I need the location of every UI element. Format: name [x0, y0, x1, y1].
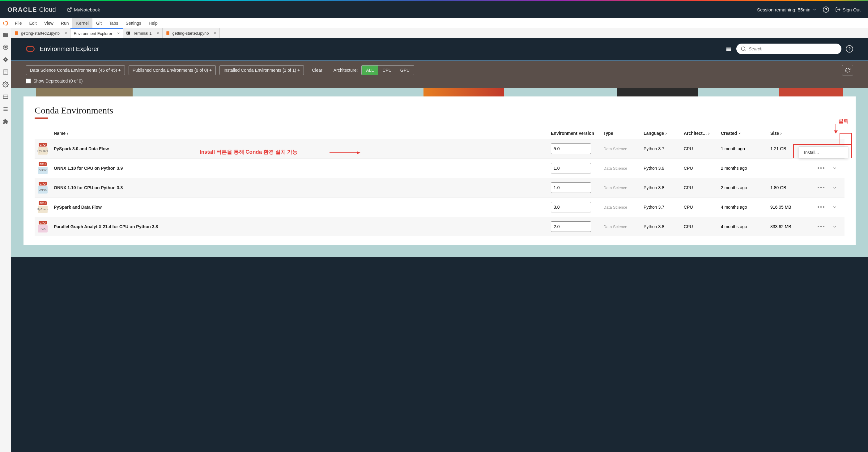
version-cell: [551, 163, 600, 174]
env-header-right: ?: [725, 43, 853, 54]
arch-cell: CPU: [684, 146, 718, 151]
notebook-icon: [166, 31, 170, 35]
more-actions-button[interactable]: •••: [814, 204, 829, 211]
menu-kernel[interactable]: Kernel: [72, 18, 92, 28]
chevron-down-icon: [832, 166, 837, 171]
tab-close-icon[interactable]: ×: [214, 31, 216, 35]
menu-file[interactable]: File: [11, 18, 26, 28]
session-remaining[interactable]: Session remaining: 55min: [757, 7, 817, 12]
content-area: Conda Environments Name › Environment Ve…: [11, 88, 868, 257]
tab-close-icon[interactable]: ×: [156, 31, 159, 35]
tabs-icon[interactable]: [2, 94, 9, 100]
created-cell: 4 months ago: [721, 205, 767, 210]
version-select[interactable]: [551, 163, 591, 174]
clear-filters[interactable]: Clear: [312, 68, 322, 73]
col-architecture[interactable]: Architect… ›: [684, 131, 718, 136]
refresh-button[interactable]: [842, 65, 853, 76]
language-cell: Python 3.8: [644, 185, 681, 190]
cpu-badge: CPU: [39, 201, 46, 205]
arch-all[interactable]: ALL: [362, 65, 378, 75]
oracle-brand: ORACLE: [7, 6, 37, 13]
view-toggle-icon[interactable]: [725, 46, 732, 52]
sign-out-button[interactable]: Sign Out: [835, 7, 861, 12]
cpu-badge: CPU: [39, 221, 46, 224]
folder-icon[interactable]: [2, 32, 9, 38]
version-select[interactable]: [551, 221, 591, 232]
show-deprecated-row[interactable]: Show Deprecated (0 of 0): [26, 79, 853, 84]
type-cell: Data Science: [603, 166, 641, 171]
col-language[interactable]: Language ›: [644, 131, 681, 136]
menu-view[interactable]: View: [40, 18, 57, 28]
jupyter-logo[interactable]: [0, 18, 11, 28]
language-cell: Python 3.9: [644, 166, 681, 171]
tab-label: Environment Explorer: [73, 31, 112, 36]
expand-row-button[interactable]: [832, 185, 844, 190]
cpu-badge: CPU: [39, 162, 46, 166]
col-name[interactable]: Name ›: [54, 131, 548, 136]
search-input[interactable]: [749, 47, 837, 51]
filter-row-chips: Data Science Conda Environments (45 of 4…: [26, 65, 853, 76]
extension-icon[interactable]: [2, 118, 9, 125]
more-actions-button[interactable]: •••: [814, 223, 829, 230]
col-size[interactable]: Size ›: [770, 131, 810, 136]
tab-getting-started2-ipynb[interactable]: getting-started2.ipynb×: [11, 28, 70, 38]
tab-getting-started-ipynb[interactable]: getting-started.ipynb×: [163, 28, 220, 38]
tabs-bar: getting-started2.ipynb×Environment Explo…: [11, 28, 868, 38]
svg-line-22: [744, 50, 745, 51]
size-cell: 833.62 MB: [770, 224, 810, 229]
menu-settings[interactable]: Settings: [122, 18, 145, 28]
chevron-down-icon: [832, 224, 837, 229]
arch-cell: CPU: [684, 166, 718, 171]
search-icon: [741, 46, 746, 52]
menu-tabs[interactable]: Tabs: [105, 18, 122, 28]
version-select[interactable]: [551, 144, 591, 154]
version-cell: [551, 221, 600, 232]
toc-icon[interactable]: [2, 106, 9, 112]
env-icon-cell: CPUPySpark: [35, 143, 51, 155]
col-created[interactable]: Created: [721, 131, 767, 136]
running-icon[interactable]: [2, 44, 9, 51]
help-button[interactable]: [822, 6, 830, 13]
env-explorer-header: Environment Explorer ?: [11, 38, 868, 60]
env-icon-cell: CPUPGX: [35, 221, 51, 233]
more-actions-button[interactable]: •••: [814, 185, 829, 191]
search-box[interactable]: [736, 43, 841, 54]
notebook-link[interactable]: MyNotebook: [67, 7, 100, 12]
svg-rect-9: [3, 95, 8, 99]
show-deprecated-checkbox[interactable]: [26, 79, 31, 84]
arch-cpu[interactable]: CPU: [378, 65, 396, 75]
env-help-button[interactable]: ?: [846, 45, 853, 53]
menu-git[interactable]: Git: [92, 18, 105, 28]
filter-chip-2[interactable]: Installed Conda Environments (1 of 1) +: [219, 65, 304, 75]
install-popup[interactable]: Install...: [799, 147, 848, 158]
expand-row-button[interactable]: [832, 166, 844, 171]
annotation-click: 클릭: [838, 118, 849, 125]
tab-close-icon[interactable]: ×: [117, 31, 120, 36]
chevron-down-icon: [832, 205, 837, 210]
git-icon[interactable]: [2, 57, 9, 63]
arch-cell: CPU: [684, 185, 718, 190]
expand-row-button[interactable]: [832, 205, 844, 210]
filter-chip-0[interactable]: Data Science Conda Environments (45 of 4…: [26, 65, 125, 75]
version-select[interactable]: [551, 202, 591, 212]
tab-close-icon[interactable]: ×: [65, 31, 67, 35]
arch-gpu[interactable]: GPU: [396, 65, 414, 75]
settings-gear-icon[interactable]: [2, 81, 9, 88]
oracle-cloud-header: ORACLE Cloud MyNotebook Session remainin…: [0, 1, 868, 18]
col-type: Type: [603, 131, 641, 136]
architecture-toggle: ALLCPUGPU: [361, 65, 414, 75]
menu-help[interactable]: Help: [145, 18, 161, 28]
menu-run[interactable]: Run: [57, 18, 73, 28]
env-name: ONNX 1.10 for CPU on Python 3.8: [54, 185, 548, 190]
expand-row-button[interactable]: [832, 224, 844, 229]
menu-edit[interactable]: Edit: [26, 18, 40, 28]
language-cell: Python 3.8: [644, 224, 681, 229]
env-row: CPUPySparkPySpark 3.0 and Data FlowData …: [35, 139, 844, 158]
created-cell: 4 months ago: [721, 224, 767, 229]
tab-environment-explorer[interactable]: Environment Explorer×: [70, 28, 123, 38]
filter-chip-1[interactable]: Published Conda Environments (0 of 0) +: [129, 65, 216, 75]
version-select[interactable]: [551, 182, 591, 193]
more-actions-button[interactable]: •••: [814, 165, 829, 172]
commands-icon[interactable]: [2, 69, 9, 75]
tab-terminal-1[interactable]: Terminal 1×: [123, 28, 162, 38]
